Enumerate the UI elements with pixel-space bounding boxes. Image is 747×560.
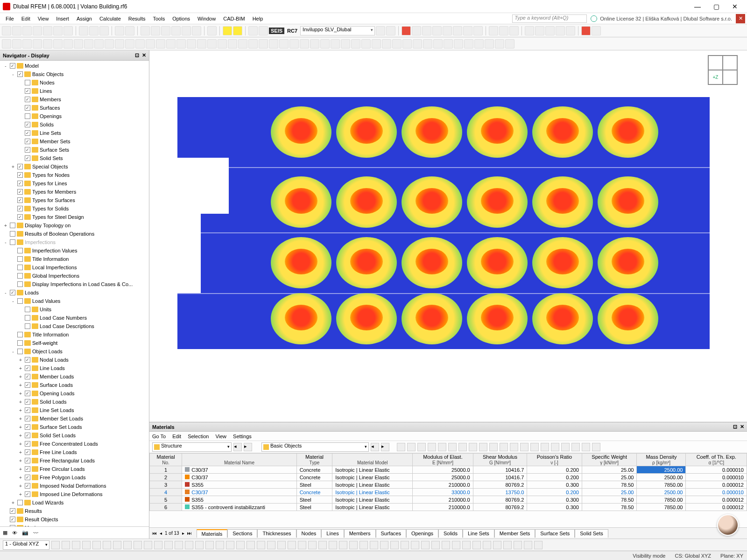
tree-item[interactable]: +Display Topology on	[0, 221, 149, 230]
tree-item[interactable]: +✓Imposed Nodal Deformations	[0, 482, 149, 490]
menu-tools[interactable]: Tools	[149, 14, 169, 23]
mat-tool-4-icon[interactable]	[438, 443, 446, 451]
bottom-tool-16-icon[interactable]	[216, 541, 224, 549]
table-row[interactable]: 4C30/37ConcreteIsotropic | Linear Elasti…	[150, 489, 747, 496]
tree-item[interactable]: +Load Wizards	[0, 498, 149, 507]
mat-next-icon[interactable]: ▸	[244, 443, 252, 451]
bottom-tool-14-icon[interactable]	[195, 541, 204, 549]
bottom-tool-37-icon[interactable]	[431, 541, 440, 549]
tree-item[interactable]: Load Case Descriptions	[0, 322, 149, 330]
checkbox[interactable]	[25, 80, 30, 85]
bottom-tool-8-icon[interactable]	[134, 541, 142, 549]
table-row[interactable]: 6S355 - controventi instabilizzantiSteel…	[150, 504, 747, 511]
r-icon[interactable]	[422, 26, 431, 35]
tool2-39-icon[interactable]	[402, 39, 412, 49]
mat-tool-8-icon[interactable]	[479, 443, 487, 451]
checkbox[interactable]: ✓	[25, 88, 30, 94]
tool2-0-icon[interactable]	[2, 39, 11, 49]
tree-item[interactable]: ✓Types for Surfaces	[0, 196, 149, 204]
bottom-tool-44-icon[interactable]	[503, 541, 512, 549]
navigator-close-icon[interactable]: ✕	[142, 52, 146, 58]
expand-icon[interactable]: +	[18, 425, 23, 430]
r2-icon[interactable]	[432, 26, 442, 35]
tool2-33-icon[interactable]	[341, 39, 350, 49]
expand-icon[interactable]: +	[18, 433, 23, 438]
checkbox[interactable]: ✓	[25, 97, 30, 102]
expand-icon[interactable]: +	[18, 492, 23, 497]
bottom-tool-28-icon[interactable]	[339, 541, 347, 549]
mat-tool-9-icon[interactable]	[489, 443, 498, 451]
tree-item[interactable]: -Imperfections	[0, 238, 149, 246]
import-icon[interactable]	[43, 26, 52, 35]
close-button[interactable]: ✕	[726, 0, 744, 13]
tree-item[interactable]: Self-weight	[0, 339, 149, 347]
tool2-3-icon[interactable]	[33, 39, 42, 49]
tree-item[interactable]: ✓Types for Lines	[0, 179, 149, 188]
table-row[interactable]: 2C30/37ConcreteIsotropic | Linear Elasti…	[150, 474, 747, 481]
tree-item[interactable]: +✓Free Concentrated Loads	[0, 440, 149, 448]
tree-item[interactable]: ✓Types for Nodes	[0, 171, 149, 179]
bottom-tool-32-icon[interactable]	[380, 541, 388, 549]
tree-item[interactable]: +✓Free Rectangular Loads	[0, 456, 149, 465]
maximize-button[interactable]: ▢	[707, 0, 726, 13]
bottom-tool-24-icon[interactable]	[298, 541, 306, 549]
table-row[interactable]: 1C30/37ConcreteIsotropic | Linear Elasti…	[150, 466, 747, 474]
tool2-41-icon[interactable]	[423, 39, 432, 49]
bottom-tool-5-icon[interactable]	[103, 541, 111, 549]
expand-icon[interactable]: +	[18, 483, 23, 489]
calc-icon[interactable]	[412, 26, 421, 35]
tool2-45-icon[interactable]	[464, 39, 473, 49]
tree-item[interactable]: +✓Member Set Loads	[0, 414, 149, 423]
table-row[interactable]: 3S355SteelIsotropic | Linear Elastic2100…	[150, 481, 747, 489]
expand-icon[interactable]: +	[18, 383, 23, 388]
r4-icon[interactable]	[453, 26, 462, 35]
tree-item[interactable]: Title Information	[0, 255, 149, 263]
new-icon[interactable]	[2, 26, 11, 35]
tool2-29-icon[interactable]	[300, 39, 309, 49]
checkbox[interactable]	[17, 500, 23, 505]
mat-tool-15-icon[interactable]	[551, 443, 559, 451]
mat-tool-11-icon[interactable]	[510, 443, 518, 451]
bottom-tool-23-icon[interactable]	[288, 541, 296, 549]
checkbox[interactable]: ✓	[25, 483, 30, 489]
grid3-icon[interactable]	[161, 26, 170, 35]
tree-item[interactable]: ✓Surface Sets	[0, 146, 149, 154]
bottom-tool-13-icon[interactable]	[185, 541, 193, 549]
expand-icon[interactable]: -	[3, 63, 8, 69]
checkbox[interactable]	[17, 281, 23, 287]
grid6-icon[interactable]	[192, 26, 201, 35]
tool2-12-icon[interactable]	[125, 39, 134, 49]
globe-toolbar-icon[interactable]	[207, 26, 217, 35]
tool2-25-icon[interactable]	[259, 39, 268, 49]
checkbox[interactable]	[10, 223, 15, 228]
mat-tool-10-icon[interactable]	[500, 443, 508, 451]
tool2-5-icon[interactable]	[53, 39, 63, 49]
bottom-tool-20-icon[interactable]	[257, 541, 265, 549]
bottom-tool-36-icon[interactable]	[421, 541, 430, 549]
expand-icon[interactable]: -	[10, 72, 16, 77]
tool2-13-icon[interactable]	[135, 39, 145, 49]
view2-icon[interactable]	[125, 26, 134, 35]
expand-icon[interactable]: +	[10, 164, 16, 169]
bottom-tool-33-icon[interactable]	[390, 541, 399, 549]
checkbox[interactable]: ✓	[10, 508, 15, 514]
col-header[interactable]: Specific Weightγ [kN/m³]	[582, 454, 637, 466]
tab-member-sets[interactable]: Member Sets	[494, 529, 535, 538]
checkbox[interactable]: ✓	[25, 475, 30, 480]
assistant-avatar[interactable]	[717, 514, 739, 536]
checkbox[interactable]	[10, 239, 15, 245]
mat-tool-16-icon[interactable]	[561, 443, 570, 451]
tree-item[interactable]: +✓Line Set Loads	[0, 406, 149, 414]
mat-tool-2-icon[interactable]	[417, 443, 426, 451]
tab-solids[interactable]: Solids	[438, 529, 463, 538]
checkbox[interactable]	[25, 307, 30, 312]
bottom-tool-25-icon[interactable]	[308, 541, 317, 549]
tree-item[interactable]: ✓Surfaces	[0, 104, 149, 112]
x2-icon[interactable]	[592, 26, 601, 35]
menu-edit[interactable]: Edit	[18, 14, 34, 23]
checkbox[interactable]	[25, 113, 30, 119]
tool2-9-icon[interactable]	[94, 39, 104, 49]
materials-subcategory-combo[interactable]: Basic Objects	[261, 442, 369, 452]
tool2-21-icon[interactable]	[218, 39, 227, 49]
next-lc-icon[interactable]	[386, 26, 395, 35]
